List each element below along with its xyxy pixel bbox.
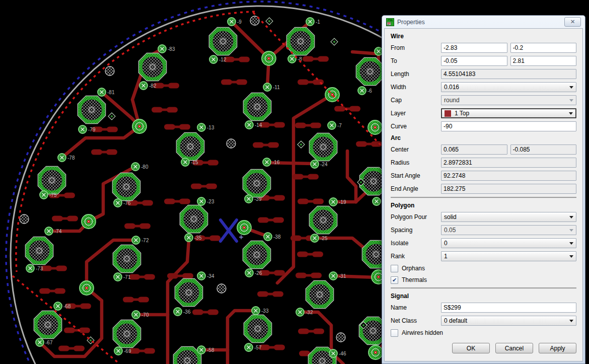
via-pad[interactable] [245,121,253,129]
via-pad[interactable] [197,123,205,131]
via-pad[interactable] [197,197,205,205]
arc-radius-field [441,158,576,168]
octagon-pad [309,133,337,161]
via-pad[interactable] [174,308,182,316]
row-length: Length [391,69,576,79]
pad-label: -13 [207,125,214,130]
via-pad[interactable] [252,307,260,315]
thermal-via[interactable] [80,281,94,295]
via-pad[interactable] [228,18,236,26]
via-pad[interactable] [45,227,53,235]
via-pad[interactable] [245,269,253,277]
isolate-label: Isolate [391,240,441,247]
isolate-combobox[interactable]: 0 [441,238,576,248]
via-pad[interactable] [185,234,193,242]
thermals-checkbox[interactable]: ✔ [391,276,398,284]
pad-label: -38 [273,234,281,240]
thermal-via[interactable] [368,120,382,134]
via-pad[interactable] [306,18,314,26]
via-pad[interactable] [114,199,122,207]
drill-via [217,284,226,293]
layer-combobox[interactable]: 1 Top [441,108,576,118]
via-pad[interactable] [328,121,336,129]
cancel-button[interactable]: Cancel [495,343,533,353]
row-radius: Radius [391,158,576,168]
wire-to-y-input[interactable] [510,56,577,66]
pad-label: -19 [339,199,346,205]
via-pad[interactable] [132,236,140,244]
via-pad[interactable] [139,82,148,90]
octagon-pad [356,57,384,85]
pad-label: -83 [168,46,175,52]
airwires-hidden-checkbox[interactable] [391,329,398,337]
via-pad[interactable] [132,311,140,319]
octagon-pad [113,320,140,347]
thermal-via[interactable] [132,119,146,133]
polygon-pour-combobox[interactable]: solid [441,212,576,222]
row-cap: Cap round [391,95,576,105]
cap-combobox: round [441,95,576,105]
chevron-down-icon [569,99,573,102]
via-pad[interactable] [58,154,66,162]
ok-button[interactable]: OK [452,343,490,353]
via-pad[interactable] [158,45,166,53]
via-pad[interactable] [288,55,296,63]
via-pad[interactable] [373,197,381,205]
via-pad[interactable] [197,346,205,354]
close-button[interactable]: ✕ [564,17,581,27]
octagon-pad [38,166,65,194]
via-pad[interactable] [26,264,34,272]
rank-combobox[interactable]: 1 [441,251,576,261]
via-pad[interactable] [36,338,44,346]
wire-from-x-input[interactable] [441,43,507,53]
via-pad[interactable] [263,83,271,91]
signal-name-input[interactable] [441,303,576,313]
via-pad[interactable] [311,234,319,242]
via-pad[interactable] [263,158,271,166]
chevron-down-icon [569,242,573,245]
via-pad[interactable] [264,233,272,241]
width-combobox[interactable]: 0.016 [441,82,576,92]
via-pad[interactable] [311,160,319,168]
via-pad[interactable] [40,191,48,199]
via-pad[interactable] [329,198,337,206]
via-pad[interactable] [245,343,253,351]
spacing-combobox: 0.05 [441,225,576,235]
pad-label: -76 [123,200,131,206]
via-pad[interactable] [245,195,253,203]
chevron-down-icon [569,86,573,89]
thermal-via[interactable] [369,345,383,359]
net-class-combobox[interactable]: 0 default [441,316,576,326]
dialog-titlebar[interactable]: Properties ✕ [384,16,583,28]
via-pad[interactable] [296,308,304,316]
via-pad[interactable] [329,272,337,280]
octagon-pad [244,315,271,342]
net-class-value: 0 default [444,317,467,324]
via-pad[interactable] [209,55,217,63]
chevron-down-icon [569,229,573,232]
via-pad[interactable] [131,163,139,171]
thermal-via[interactable] [262,51,276,65]
thermal-via[interactable] [237,221,251,235]
orphans-checkbox[interactable] [391,265,398,272]
wire-from-y-input[interactable] [510,43,577,53]
via-pad[interactable] [114,273,122,281]
cap-label: Cap [391,97,441,104]
pad-label: -23 [207,199,214,204]
via-pad[interactable] [79,125,87,133]
thermal-via[interactable] [82,214,96,229]
via-pad[interactable] [114,347,122,355]
octagon-pad [286,27,314,55]
via-pad[interactable] [329,349,337,357]
pad-label: -14 [255,122,262,128]
apply-button[interactable]: Apply [539,343,576,353]
via-pad[interactable] [98,88,106,96]
via-pad[interactable] [181,158,189,166]
width-label: Width [391,84,441,91]
via-pad[interactable] [197,272,205,280]
via-pad[interactable] [358,87,366,95]
chevron-down-icon [569,216,573,219]
wire-to-x-input[interactable] [441,56,507,66]
via-pad[interactable] [54,302,62,310]
wire-curve-input[interactable] [441,121,576,131]
